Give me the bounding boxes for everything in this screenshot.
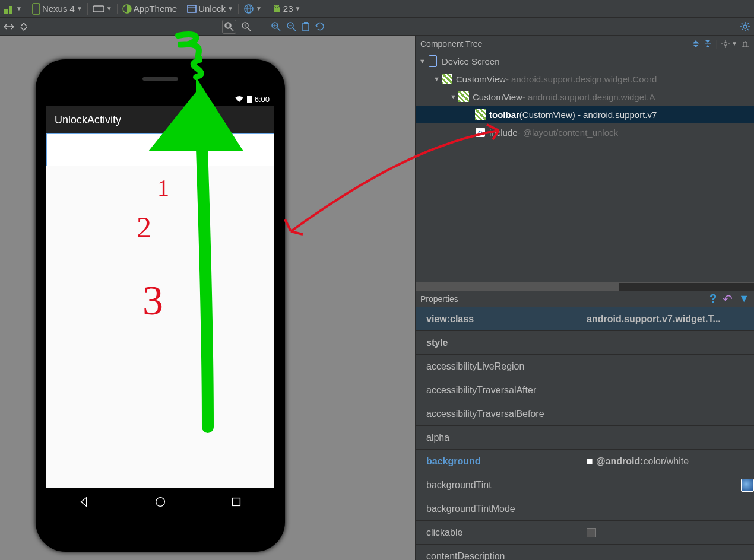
device-screen: 6:00 UnlockActivity: [46, 92, 274, 516]
property-name: contentDescription: [416, 551, 582, 561]
svg-line-21: [277, 28, 280, 31]
customview-icon: [442, 74, 452, 84]
property-row-contentDescription[interactable]: contentDescription: [416, 545, 754, 560]
svg-point-44: [724, 42, 727, 45]
property-value[interactable]: [582, 528, 754, 537]
orientation-button[interactable]: ▼: [93, 4, 112, 14]
customview-icon: [458, 91, 469, 102]
device-selector[interactable]: Nexus 4 ▼: [32, 3, 83, 15]
property-name: style: [416, 338, 582, 348]
property-name: clickable: [416, 527, 582, 538]
svg-line-36: [742, 29, 743, 30]
svg-line-37: [747, 23, 749, 24]
include-icon: ‹›: [475, 127, 486, 138]
tree-item-suffix: - android.support.design.widget.A: [522, 92, 655, 102]
property-row-background[interactable]: background@android:color/white: [416, 450, 754, 473]
zoom-in-icon[interactable]: [271, 21, 281, 32]
customview-icon: [475, 109, 486, 120]
zoom-fit-icon[interactable]: [222, 20, 236, 34]
tree-expander-icon[interactable]: ▼: [433, 75, 442, 82]
property-row-clickable[interactable]: clickable: [416, 521, 754, 545]
nav-recent-icon[interactable]: [230, 495, 243, 508]
palette-icon[interactable]: ▼: [4, 4, 22, 14]
resource-picker-icon[interactable]: [741, 479, 754, 492]
refresh-icon[interactable]: [315, 21, 325, 32]
property-row-backgroundTintMode[interactable]: backgroundTintMode: [416, 497, 754, 521]
tree-item-label: include: [489, 128, 518, 138]
locale-selector[interactable]: ▼: [243, 4, 262, 14]
device-frame: 6:00 UnlockActivity: [36, 59, 285, 552]
tree-settings-icon[interactable]: ▼: [721, 39, 737, 49]
activity-selector[interactable]: Unlock ▼: [187, 4, 233, 14]
tree-item-suffix: - @layout/content_unlock: [518, 128, 619, 138]
property-row-alpha[interactable]: alpha: [416, 426, 754, 450]
tree-item-suffix: - android.support.design.widget.Coord: [506, 74, 657, 84]
zoom-actual-icon[interactable]: 1: [241, 21, 252, 32]
tree-item-device-screen[interactable]: ▼Device Screen: [416, 52, 754, 70]
tree-expander-icon[interactable]: ▼: [450, 93, 458, 100]
properties-table[interactable]: view:class android.support.v7.widget.T..…: [416, 307, 754, 560]
nav-home-icon[interactable]: [154, 495, 167, 508]
properties-title: Properties: [420, 294, 458, 304]
tree-item-label: CustomView: [456, 74, 506, 84]
svg-rect-38: [247, 96, 252, 103]
property-name: backgroundTint: [416, 480, 582, 491]
tree-item-include[interactable]: ‹›include - @layout/content_unlock: [416, 123, 754, 141]
property-row-accessibilityTraversalAfter[interactable]: accessibilityTraversalAfter: [416, 378, 754, 402]
property-row-backgroundTint[interactable]: backgroundTint: [416, 473, 754, 497]
component-tree[interactable]: ▼Device Screen▼CustomView - android.supp…: [416, 52, 754, 282]
property-name: alpha: [416, 432, 582, 443]
toggle-fit-icon[interactable]: [19, 22, 28, 31]
tree-expand-icon[interactable]: [692, 39, 700, 49]
tree-hide-icon[interactable]: [741, 39, 749, 49]
app-bar: UnlockActivity: [46, 106, 274, 133]
property-value[interactable]: [582, 479, 754, 492]
settings-icon[interactable]: [740, 21, 750, 32]
prop-header-value: android.support.v7.widget.T...: [582, 314, 754, 324]
property-value[interactable]: @android:color/white: [582, 456, 754, 467]
property-name: accessibilityTraversalBefore: [416, 409, 582, 419]
tree-item-customview[interactable]: ▼CustomView - android.support.design.wid…: [416, 88, 754, 106]
svg-rect-0: [4, 9, 8, 14]
filter-icon[interactable]: ▼: [739, 292, 749, 305]
svg-rect-3: [93, 6, 104, 12]
app-content: [46, 166, 274, 488]
property-row-accessibilityTraversalBefore[interactable]: accessibilityTraversalBefore: [416, 402, 754, 426]
theme-selector-label: AppTheme: [134, 4, 177, 14]
tree-expander-icon[interactable]: ▼: [419, 58, 427, 65]
design-second-toolbar: 1: [0, 18, 754, 36]
api-selector[interactable]: 23 ▼: [272, 4, 301, 14]
nav-back-icon[interactable]: [78, 495, 91, 508]
property-row-style[interactable]: style: [416, 331, 754, 355]
status-bar: 6:00: [46, 92, 274, 106]
tree-item-label: CustomView: [473, 92, 522, 102]
svg-rect-5: [188, 5, 196, 12]
activity-selector-label: Unlock: [198, 4, 226, 14]
prop-header-name: view:class: [416, 314, 582, 324]
theme-selector[interactable]: AppTheme: [122, 4, 177, 14]
undo-icon[interactable]: ↶: [723, 292, 733, 306]
clipboard-icon[interactable]: [302, 21, 310, 32]
tree-horizontal-scrollbar[interactable]: [416, 282, 754, 291]
property-row-accessibilityLiveRegion[interactable]: accessibilityLiveRegion: [416, 355, 754, 378]
app-title: UnlockActivity: [55, 114, 121, 126]
zoom-out-icon[interactable]: [286, 21, 297, 32]
nav-bar: [46, 488, 274, 516]
help-icon[interactable]: ?: [709, 292, 717, 306]
properties-header-row: view:class android.support.v7.widget.T..…: [416, 307, 754, 331]
design-preview-surface[interactable]: 6:00 UnlockActivity: [0, 36, 416, 560]
svg-line-34: [742, 23, 743, 24]
tree-item-toolbar[interactable]: toolbar (CustomView) - android.support.v…: [416, 106, 754, 123]
tree-item-customview[interactable]: ▼CustomView - android.support.design.wid…: [416, 70, 754, 88]
checkbox[interactable]: [587, 528, 596, 537]
design-top-toolbar: ▼ Nexus 4 ▼ ▼ AppTheme Unlock ▼ ▼: [0, 0, 754, 18]
tree-item-label: toolbar: [489, 110, 519, 120]
svg-rect-16: [226, 24, 230, 27]
svg-rect-27: [303, 23, 309, 31]
component-tree-title: Component Tree: [420, 39, 482, 49]
app-toolbar[interactable]: [46, 133, 274, 166]
property-name: accessibilityTraversalAfter: [416, 385, 582, 396]
svg-rect-39: [248, 96, 251, 96]
tree-collapse-icon[interactable]: [704, 39, 712, 49]
toggle-width-icon[interactable]: [4, 23, 14, 31]
